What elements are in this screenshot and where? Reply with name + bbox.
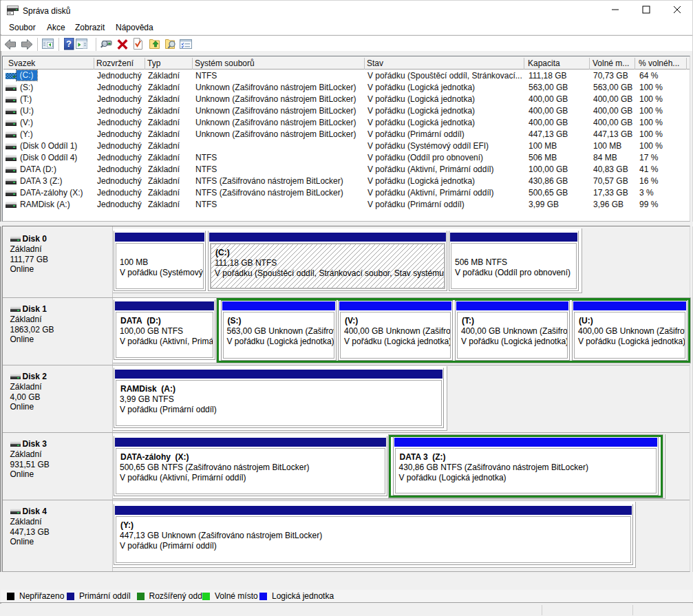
svg-text:?: ? xyxy=(66,39,72,49)
